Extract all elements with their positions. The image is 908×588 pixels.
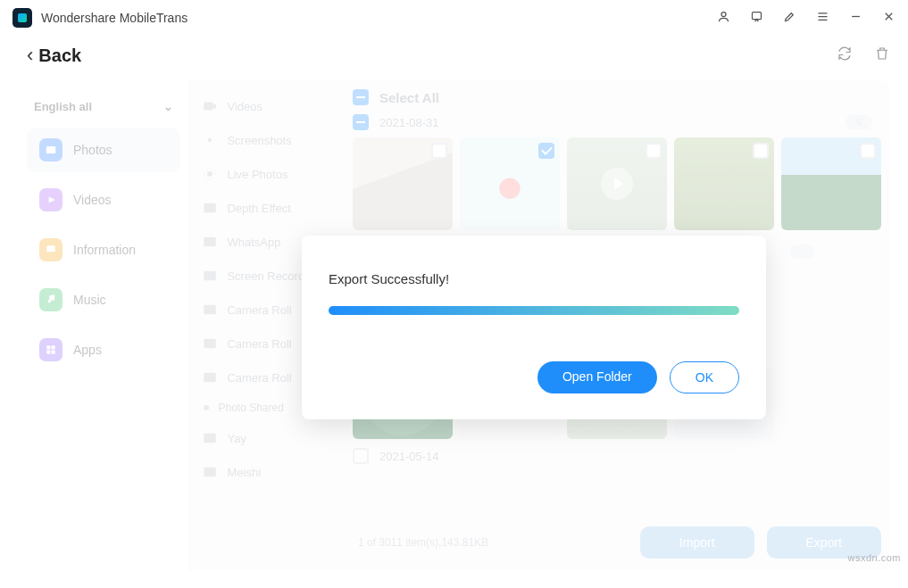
photo-thumbnail[interactable] (781, 137, 881, 230)
photos-icon (39, 138, 62, 161)
information-icon (39, 238, 62, 261)
status-text: 1 of 3011 item(s),143.81KB (358, 536, 488, 549)
svg-rect-16 (204, 305, 217, 315)
select-all-label: Select All (379, 90, 439, 105)
svg-rect-8 (52, 351, 55, 354)
music-icon (39, 288, 62, 311)
thumbnail-checkbox[interactable] (753, 143, 769, 159)
svg-rect-20 (204, 468, 217, 477)
svg-rect-6 (52, 345, 55, 349)
date-group-checkbox[interactable] (353, 448, 369, 464)
feedback-icon[interactable] (750, 10, 763, 27)
photo-thumbnail[interactable] (460, 137, 560, 230)
minimize-icon[interactable] (849, 10, 862, 27)
date-group-count-2 (790, 244, 814, 259)
date-group-checkbox[interactable] (353, 114, 369, 130)
select-all-row: Select All (353, 87, 881, 111)
date-group-label: 2021-08-31 (379, 116, 439, 129)
date-group-row: 2021-08-31 5 (353, 111, 881, 137)
svg-rect-5 (46, 345, 50, 349)
select-all-checkbox[interactable] (353, 89, 369, 105)
sidebar-item-videos[interactable]: Videos (27, 178, 180, 222)
svg-rect-19 (204, 434, 217, 443)
photo-thumbnail[interactable] (674, 137, 774, 230)
svg-rect-17 (204, 339, 217, 349)
svg-rect-9 (204, 103, 214, 111)
category-screenshots[interactable]: Screenshots (189, 123, 353, 157)
svg-rect-14 (204, 237, 217, 247)
svg-point-10 (208, 138, 212, 143)
open-folder-button[interactable]: Open Folder (537, 361, 657, 393)
edit-icon[interactable] (783, 10, 796, 27)
thumbnail-checkbox[interactable] (431, 143, 447, 159)
category-depth-effect[interactable]: Depth Effect (189, 191, 353, 225)
sidebar-item-label: Apps (73, 343, 102, 357)
svg-rect-18 (204, 373, 217, 383)
back-label[interactable]: Back (38, 46, 81, 66)
photo-thumbnail[interactable] (353, 137, 453, 230)
export-success-modal: Export Successfully! Open Folder OK (302, 236, 766, 419)
sidebar-language-dropdown[interactable]: English all ⌄ (18, 93, 189, 128)
svg-rect-15 (204, 271, 217, 281)
modal-title: Export Successfully! (329, 271, 739, 286)
menu-icon[interactable] (816, 10, 829, 27)
titlebar: Wondershare MobileTrans (0, 0, 908, 36)
chevron-down-icon: ⌄ (163, 100, 173, 113)
sidebar-item-apps[interactable]: Apps (27, 327, 180, 372)
sidebar-header-label: English all (34, 100, 92, 113)
svg-rect-1 (753, 12, 762, 19)
svg-point-11 (207, 171, 212, 177)
back-chevron-icon[interactable]: ‹ (27, 44, 33, 67)
svg-rect-13 (204, 203, 217, 213)
video-thumbnail[interactable] (567, 137, 667, 230)
category-yay[interactable]: Yay (189, 421, 353, 455)
trash-icon[interactable] (874, 46, 890, 65)
svg-rect-2 (46, 146, 56, 153)
category-live-photos[interactable]: Live Photos (189, 157, 353, 191)
thumbnail-row-1 (353, 137, 881, 230)
sidebar-item-music[interactable]: Music (27, 277, 180, 322)
window-controls (717, 10, 896, 27)
date-group-count: 5 (846, 115, 872, 129)
thumbnail-checkbox[interactable] (860, 143, 876, 159)
sidebar: English all ⌄ Photos Videos Information … (18, 80, 189, 570)
date-group-row-3: 2021-05-14 (353, 444, 881, 471)
refresh-icon[interactable] (837, 46, 853, 65)
close-icon[interactable] (882, 10, 896, 27)
videos-icon (39, 188, 62, 211)
svg-rect-7 (46, 351, 50, 354)
sidebar-item-label: Videos (73, 193, 112, 207)
svg-point-0 (721, 12, 726, 16)
ok-button[interactable]: OK (670, 361, 739, 393)
sidebar-item-label: Information (73, 243, 136, 257)
apps-icon (39, 338, 62, 361)
svg-rect-4 (46, 245, 54, 252)
progress-bar (329, 306, 739, 315)
watermark: wsxdn.com (847, 552, 901, 563)
category-videos[interactable]: Videos (189, 89, 353, 123)
thumbnail-checkbox[interactable] (646, 143, 662, 159)
play-icon (601, 168, 633, 200)
date-group-label: 2021-05-14 (379, 450, 439, 463)
sidebar-item-photos[interactable]: Photos (27, 128, 180, 172)
svg-marker-3 (49, 197, 55, 203)
import-button[interactable]: Import (640, 526, 754, 559)
sidebar-item-label: Photos (73, 143, 112, 157)
category-meishi[interactable]: Meishi (189, 455, 353, 489)
sidebar-item-information[interactable]: Information (27, 228, 180, 272)
thumbnail-checkbox[interactable] (538, 143, 554, 159)
dot-icon (204, 405, 209, 410)
back-row: ‹ Back (0, 36, 908, 75)
account-icon[interactable] (717, 10, 730, 27)
app-title: Wondershare MobileTrans (41, 11, 187, 25)
sidebar-item-label: Music (73, 293, 106, 307)
bottom-bar: 1 of 3011 item(s),143.81KB Import Export (353, 518, 890, 570)
app-logo (12, 8, 32, 28)
